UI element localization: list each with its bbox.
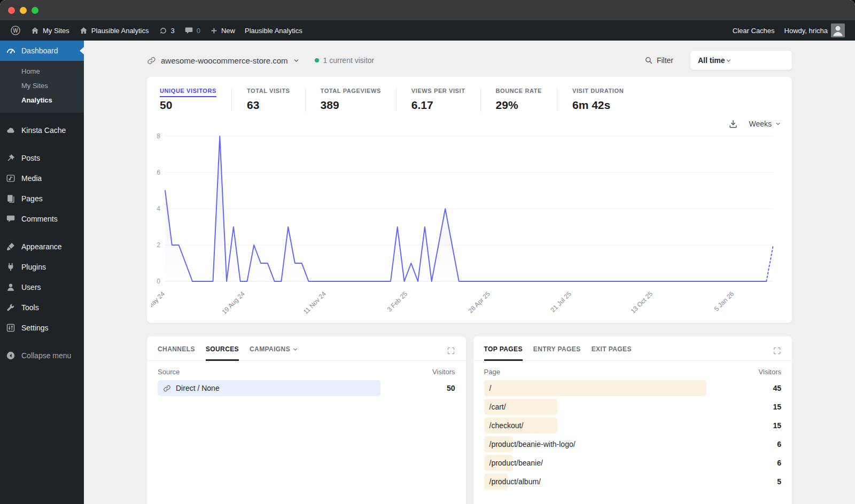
wp-admin-bar: W My Sites Plausible Analytics 3 0 New P… bbox=[0, 20, 855, 41]
stat-label[interactable]: TOTAL VISITS bbox=[247, 88, 290, 94]
macos-titlebar bbox=[0, 0, 855, 20]
wordpress-logo-icon: W bbox=[10, 25, 21, 36]
stat-metric[interactable]: TOTAL VISITS 63 bbox=[247, 88, 306, 112]
home-icon bbox=[79, 26, 88, 35]
sidebar-item-plugins[interactable]: Plugins bbox=[0, 257, 84, 277]
stat-value: 6m 42s bbox=[572, 99, 624, 112]
sidebar-item-media[interactable]: Media bbox=[0, 168, 84, 188]
sidebar-item-users[interactable]: Users bbox=[0, 277, 84, 297]
sidebar-item-dashboard[interactable]: Dashboard bbox=[0, 41, 84, 61]
collapse-menu-button[interactable]: Collapse menu bbox=[0, 345, 84, 366]
stat-metric[interactable]: VIEWS PER VISIT 6.17 bbox=[411, 88, 481, 112]
expand-icon[interactable] bbox=[773, 346, 781, 357]
sidebar-subitem-analytics[interactable]: Analytics bbox=[0, 93, 84, 107]
appearance-label: Appearance bbox=[21, 242, 62, 251]
tab-campaigns-label: CAMPAIGNS bbox=[250, 345, 290, 353]
dashboard-label: Dashboard bbox=[21, 46, 58, 55]
stat-metric[interactable]: BOUNCE RATE 29% bbox=[496, 88, 557, 112]
sidebar-subitem-home[interactable]: Home bbox=[0, 64, 84, 78]
source-row[interactable]: Direct / None 50 bbox=[158, 380, 455, 396]
plug-icon bbox=[5, 262, 16, 272]
comment-icon bbox=[5, 214, 16, 224]
page-path: /product/album/ bbox=[489, 477, 541, 486]
page-row[interactable]: /product/beanie-with-logo/ 6 bbox=[484, 436, 782, 452]
new-content-menu[interactable]: New bbox=[205, 20, 240, 41]
filter-button[interactable]: Filter bbox=[644, 56, 673, 65]
site-menu[interactable]: Plausible Analytics bbox=[74, 20, 154, 41]
page-visitors: 45 bbox=[706, 384, 781, 392]
sidebar-item-kinsta-cache[interactable]: Kinsta Cache bbox=[0, 120, 84, 140]
updates-menu[interactable]: 3 bbox=[154, 20, 180, 41]
minimize-window-button[interactable] bbox=[20, 7, 27, 14]
stat-metric[interactable]: TOTAL PAGEVIEWS 389 bbox=[321, 88, 397, 112]
account-menu[interactable]: Howdy, hricha bbox=[780, 20, 850, 41]
page-row[interactable]: /cart/ 15 bbox=[484, 399, 782, 415]
my-sites-menu[interactable]: My Sites bbox=[26, 20, 74, 41]
expand-icon[interactable] bbox=[447, 346, 455, 357]
sidebar-item-posts[interactable]: Posts bbox=[0, 148, 84, 168]
svg-text:W: W bbox=[13, 28, 18, 34]
tab-exit-pages[interactable]: EXIT PAGES bbox=[592, 345, 632, 361]
clear-caches-button[interactable]: Clear Caches bbox=[728, 20, 780, 41]
stat-value: 50 bbox=[160, 99, 216, 112]
visitors-column-header: Visitors bbox=[432, 368, 455, 376]
stat-value: 63 bbox=[247, 99, 290, 112]
chevron-down-icon bbox=[775, 121, 781, 127]
site-domain: awesome-woocommerce-store.com bbox=[161, 56, 288, 65]
interval-select[interactable]: Weeks bbox=[749, 120, 781, 128]
current-menu-arrow bbox=[80, 47, 84, 54]
stat-metric[interactable]: UNIQUE VISITORS 50 bbox=[160, 88, 232, 112]
visitors-chart[interactable]: 0246831 May 2419 Aug 2411 Nov 243 Feb 25… bbox=[151, 130, 782, 318]
link-icon bbox=[147, 56, 156, 65]
page-visitors: 5 bbox=[706, 477, 781, 486]
close-window-button[interactable] bbox=[8, 7, 15, 14]
plausible-analytics-shortcut[interactable]: Plausible Analytics bbox=[240, 20, 307, 41]
comments-menu[interactable]: 0 bbox=[180, 20, 205, 41]
sidebar-item-tools[interactable]: Tools bbox=[0, 297, 84, 318]
tab-sources[interactable]: SOURCES bbox=[206, 345, 239, 361]
sidebar-subitem-my-sites[interactable]: My Sites bbox=[0, 78, 84, 93]
sidebar-item-comments[interactable]: Comments bbox=[0, 209, 84, 229]
users-label: Users bbox=[21, 283, 41, 292]
collapse-arrow-icon bbox=[5, 350, 16, 361]
stat-label[interactable]: VIEWS PER VISIT bbox=[411, 88, 465, 94]
sources-columns: Source Visitors bbox=[147, 361, 466, 379]
stat-label[interactable]: BOUNCE RATE bbox=[496, 88, 542, 94]
date-range-select[interactable]: All time bbox=[690, 51, 792, 70]
visitors-card: UNIQUE VISITORS 50 TOTAL VISITS 63 TOTAL… bbox=[147, 77, 792, 323]
tab-campaigns[interactable]: CAMPAIGNS bbox=[250, 345, 298, 361]
sidebar-item-settings[interactable]: Settings bbox=[0, 318, 84, 338]
tab-channels[interactable]: CHANNELS bbox=[158, 345, 195, 361]
stat-label[interactable]: VISIT DURATION bbox=[572, 88, 624, 94]
tab-top-pages[interactable]: TOP PAGES bbox=[484, 345, 523, 361]
page-row[interactable]: /checkout/ 15 bbox=[484, 418, 782, 434]
wp-logo-menu[interactable]: W bbox=[5, 20, 26, 41]
page-path: /product/beanie-with-logo/ bbox=[489, 440, 576, 448]
sidebar-item-pages[interactable]: Pages bbox=[0, 188, 84, 209]
kinsta-cache-label: Kinsta Cache bbox=[21, 126, 66, 135]
page-row[interactable]: /product/beanie/ 6 bbox=[484, 455, 782, 471]
fullscreen-window-button[interactable] bbox=[32, 7, 38, 14]
source-column-header: Source bbox=[158, 368, 180, 376]
stat-metric[interactable]: VISIT DURATION 6m 42s bbox=[572, 88, 639, 112]
sidebar-item-appearance[interactable]: Appearance bbox=[0, 237, 84, 257]
stat-label[interactable]: TOTAL PAGEVIEWS bbox=[321, 88, 381, 94]
pages-columns: Page Visitors bbox=[473, 361, 792, 379]
stat-label[interactable]: UNIQUE VISITORS bbox=[160, 88, 216, 94]
period-label: All time bbox=[698, 56, 725, 65]
user-icon bbox=[5, 282, 16, 293]
page-path: /product/beanie/ bbox=[489, 459, 543, 467]
page-row[interactable]: / 45 bbox=[484, 380, 782, 396]
plugins-label: Plugins bbox=[21, 263, 46, 271]
download-icon[interactable] bbox=[728, 119, 738, 129]
page-row[interactable]: /product/album/ 5 bbox=[484, 474, 782, 490]
media-label: Media bbox=[21, 174, 42, 183]
tab-entry-pages[interactable]: ENTRY PAGES bbox=[533, 345, 581, 361]
pages-panel: TOP PAGES ENTRY PAGES EXIT PAGES Page Vi… bbox=[473, 336, 792, 504]
gauge-icon bbox=[5, 45, 16, 56]
current-visitors[interactable]: 1 current visitor bbox=[315, 56, 375, 65]
visitors-column-header: Visitors bbox=[759, 368, 781, 376]
svg-text:11 Nov 24: 11 Nov 24 bbox=[302, 290, 328, 316]
site-selector[interactable]: awesome-woocommerce-store.com bbox=[147, 56, 300, 65]
media-icon bbox=[5, 173, 16, 184]
